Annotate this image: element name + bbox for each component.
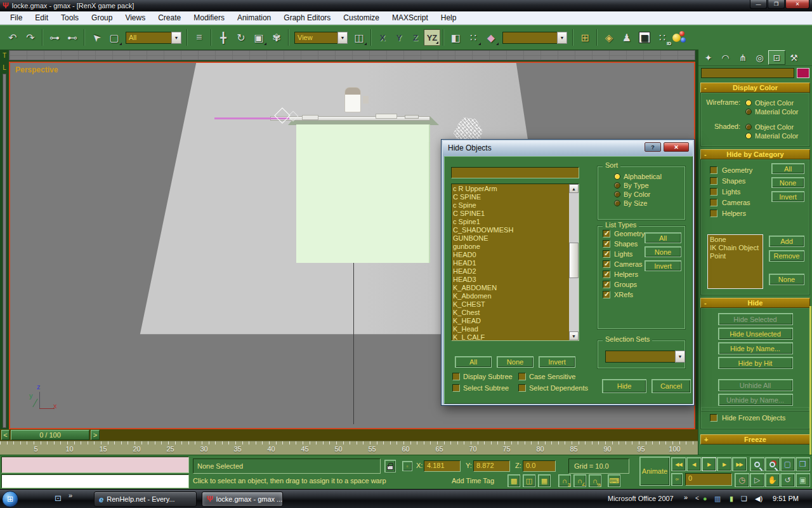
hide-action-button[interactable]: Hide Selected (718, 313, 793, 325)
hide-rollout-header[interactable]: - Hide (700, 298, 810, 308)
menu-item[interactable]: MAXScript (386, 11, 435, 24)
left-viewport-minimized[interactable] (3, 74, 6, 428)
checkbox-icon[interactable] (710, 177, 717, 185)
menu-item[interactable]: Customize (337, 11, 386, 24)
dialog-option-checkbox-row[interactable]: Select Dependents (518, 384, 591, 392)
field-of-view-icon[interactable]: ▷ (750, 473, 764, 487)
add-time-tag[interactable]: Add Time Tag (452, 477, 494, 485)
min-max-toggle-icon[interactable]: ▣ (796, 473, 810, 487)
zoom-icon[interactable] (750, 457, 764, 471)
select-and-rotate-icon[interactable]: ↻ (232, 29, 250, 46)
hide-action-button[interactable]: Hide by Hit (718, 357, 793, 369)
select-all-button[interactable]: All (455, 356, 492, 368)
category-custom-list[interactable]: BoneIK Chain ObjectPoint (707, 234, 763, 289)
top-viewport-minimized[interactable] (9, 50, 695, 60)
checkbox-icon[interactable] (603, 230, 610, 237)
checkbox-icon[interactable] (603, 250, 610, 258)
list-type-checkbox-row[interactable]: Groups (603, 281, 685, 288)
show-desktop-icon[interactable]: ⊡ (55, 493, 62, 503)
category-list-item[interactable]: Bone (710, 236, 761, 244)
hide-by-category-rollout-header[interactable]: - Hide by Category (700, 149, 810, 159)
sort-radio-option[interactable]: By Type (614, 182, 685, 189)
time-configuration-icon[interactable]: ◷ (735, 473, 749, 487)
category-none2-button[interactable]: None (769, 274, 804, 285)
track-bar-ruler[interactable]: 5101520253035404550556065707580859095100 (0, 441, 701, 455)
set-key-button[interactable]: ♀ (671, 473, 683, 486)
dropdown-arrow-icon[interactable]: ▼ (171, 32, 181, 44)
close-button[interactable]: ✕ (785, 0, 809, 9)
object-list-item[interactable]: C_SHADOWMESH (453, 226, 567, 234)
track-view-icon[interactable]: ⊞ (576, 29, 594, 46)
maxscript-mini-listener-pink[interactable] (1, 457, 189, 473)
y-coordinate-field[interactable]: 8.872 (473, 460, 510, 472)
character-bones-icon[interactable]: ♟ (618, 29, 636, 46)
hide-button[interactable]: Hide (602, 379, 646, 393)
object-name-field[interactable] (701, 68, 794, 78)
mirror-icon[interactable]: ◧ (447, 29, 464, 46)
radio-icon[interactable] (614, 182, 620, 189)
previous-frame-button[interactable]: ◀ (686, 457, 701, 471)
hide-action-button[interactable]: Unhide by Name... (718, 394, 793, 406)
quick-launch-chevron-icon[interactable]: » (69, 491, 72, 499)
category-checkbox-row[interactable]: Helpers (710, 210, 809, 217)
object-list-item[interactable]: K_CHEST (453, 300, 567, 309)
rectangular-selection-region-icon[interactable]: ▢ (105, 29, 123, 46)
checkbox-icon[interactable] (452, 373, 460, 380)
pan-hand-icon[interactable]: ✋ (765, 473, 780, 487)
gmax-app-icon[interactable]: Ψ (3, 1, 9, 10)
checkbox-icon[interactable] (710, 188, 717, 196)
object-list[interactable]: c R UpperArmC SPINEc SpineC SPINE1c Spin… (451, 184, 579, 341)
redo-icon[interactable]: ↷ (22, 29, 39, 46)
angle-snap-icon[interactable]: ∩∠ (573, 474, 586, 487)
zoom-extents-icon[interactable]: ▢ (780, 457, 795, 471)
dialog-option-checkbox-row[interactable]: Select Subtree (452, 384, 518, 392)
selection-lock-button[interactable] (384, 460, 396, 472)
menu-item[interactable]: Edit (29, 11, 55, 24)
scroll-down-icon[interactable]: ▼ (569, 331, 579, 340)
menu-item[interactable]: Create (152, 11, 187, 24)
scroll-up-icon[interactable]: ▲ (569, 184, 579, 193)
schematic-view-icon[interactable]: ◈ (600, 29, 618, 46)
z-coordinate-field[interactable]: 0.0 (523, 460, 556, 472)
checkbox-icon[interactable] (603, 240, 610, 248)
material-id-icon[interactable]: ∷ID (653, 29, 671, 46)
radio-icon[interactable] (745, 133, 752, 139)
office-language-bar[interactable]: Microsoft Office 2007 (608, 495, 674, 502)
checkbox-icon[interactable] (603, 291, 610, 298)
hide-action-button[interactable]: Hide Unselected (718, 328, 793, 340)
object-list-item[interactable]: C SPINE (453, 193, 567, 201)
menu-item[interactable]: Views (119, 11, 152, 24)
object-color-swatch[interactable] (797, 68, 809, 78)
battery-tray-icon[interactable]: ▮ (730, 495, 733, 503)
left-viewport-tab[interactable]: L (1, 62, 8, 72)
radio-option[interactable]: Object Color (745, 123, 798, 131)
select-object-icon[interactable]: ➤ (88, 29, 105, 46)
object-list-item[interactable]: c R UpperArm (453, 185, 567, 193)
radio-icon[interactable] (614, 191, 620, 197)
radio-option[interactable]: Material Color (745, 132, 798, 140)
next-frame-button[interactable]: ▶ (717, 457, 731, 471)
object-list-item[interactable]: HEAD0 (453, 251, 567, 259)
object-list-item[interactable]: K_Abdomen (453, 292, 567, 300)
object-list-item[interactable]: K_Head (453, 325, 567, 333)
menu-item[interactable]: Group (85, 11, 119, 24)
hide-action-button[interactable]: Unhide All (718, 379, 793, 391)
list-types-none-button[interactable]: None (645, 246, 681, 257)
menu-item[interactable]: Tools (55, 11, 85, 24)
category-none-button[interactable]: None (771, 177, 804, 188)
network-tray-icon[interactable]: ❏ (741, 495, 747, 503)
tab-create-icon[interactable]: ✦ (700, 50, 717, 65)
radio-icon[interactable] (745, 109, 752, 115)
restrict-z-button[interactable]: Z (407, 29, 424, 46)
selection-filter-dropdown[interactable]: All ▼ (126, 32, 181, 44)
time-slider-track[interactable]: < 0 / 100 > (0, 429, 698, 441)
checkbox-icon[interactable] (603, 271, 610, 278)
arc-rotate-icon[interactable]: ↺ (780, 473, 795, 487)
checkbox-icon[interactable] (710, 210, 717, 217)
checkbox-icon[interactable] (518, 384, 526, 392)
checkbox-icon[interactable] (710, 166, 717, 174)
select-and-manipulate-icon[interactable]: ✾ (268, 29, 285, 46)
object-list-item[interactable]: K_ABDOMEN (453, 284, 567, 292)
box-object[interactable] (296, 124, 430, 263)
taskbar-clock[interactable]: 9:51 PM (773, 495, 799, 502)
